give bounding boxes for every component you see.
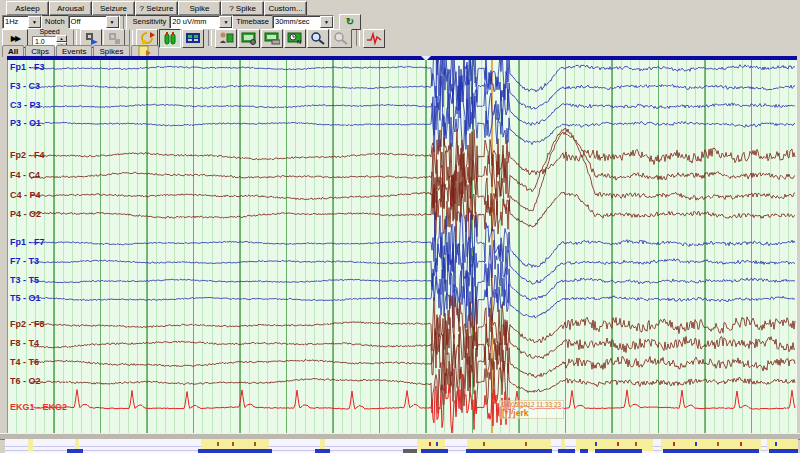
- eeg-trace: [31, 251, 795, 309]
- refresh-button[interactable]: ↻: [339, 14, 361, 30]
- notch-select[interactable]: Off ▼: [68, 15, 120, 29]
- zoom-out-icon: [333, 31, 349, 46]
- zoom-out-button[interactable]: [330, 29, 352, 48]
- timeline-recording-segment[interactable]: [580, 449, 588, 453]
- highpass-filter-select[interactable]: 1Hz ▼: [2, 15, 42, 29]
- chevron-down-icon[interactable]: ▼: [320, 16, 333, 28]
- eeg-trace: [31, 374, 795, 433]
- sensitivity-select[interactable]: 20 uV/mm ▼: [169, 15, 233, 29]
- spike-marker-icon: [366, 31, 382, 46]
- channel-label: C3 - P3: [10, 100, 41, 110]
- highpass-filter-value: 1Hz: [3, 17, 28, 26]
- timeline-event-mark: [217, 442, 219, 446]
- event-timestamp: 04/05/2012 11:33:23: [502, 401, 561, 408]
- channel-label: Fp1 - F7: [10, 237, 45, 247]
- timeline-event-mark: [483, 442, 485, 446]
- channel-label: C4 - P4: [10, 190, 41, 200]
- chevron-down-icon[interactable]: ▼: [28, 16, 41, 28]
- timeline-event-mark: [436, 442, 438, 446]
- print-screen-icon: [264, 31, 280, 46]
- timeline-recording-segment[interactable]: [595, 449, 642, 453]
- channel-label: Fp2 - F8: [10, 319, 45, 329]
- channel-label: F7 - T3: [10, 256, 39, 266]
- sensitivity-value: 20 uV/mm: [170, 17, 219, 26]
- montage-electrodes-button[interactable]: [159, 29, 181, 48]
- eeg-traces: [7, 60, 797, 433]
- event-annotation: 04/05/2012 11:33:23 [*] jerk: [499, 400, 564, 419]
- timeline-gap-segment: [403, 449, 417, 453]
- eeg-trace: [31, 332, 795, 391]
- montage-map-icon: [185, 31, 201, 46]
- timeline-recording-segment[interactable]: [466, 449, 552, 453]
- filter-bar: 1Hz ▼ Notch Off ▼ Sensitivity 20 uV/mm ▼…: [2, 15, 362, 28]
- patient-video-icon: [218, 31, 234, 46]
- review-start-icon: [83, 31, 99, 46]
- timeline-event-mark: [617, 442, 619, 446]
- notch-value: Off: [69, 17, 106, 26]
- timeline-recording-segment[interactable]: [769, 449, 798, 453]
- event-timeline-bar[interactable]: [5, 439, 798, 453]
- timeline-event-region[interactable]: [28, 439, 33, 451]
- timeline-event-mark: [595, 442, 597, 446]
- review-stop-icon: [106, 31, 122, 46]
- channel-label: F8 - T4: [10, 338, 39, 348]
- refresh-icon: ↻: [346, 16, 354, 27]
- patient-video-button[interactable]: [215, 29, 237, 48]
- separator: [356, 30, 360, 46]
- separator: [123, 14, 127, 30]
- timeline-event-mark: [673, 442, 675, 446]
- channel-label: Fp2 - F4: [10, 150, 45, 160]
- channel-label: F3 - C3: [10, 81, 40, 91]
- print-screen-button[interactable]: [261, 29, 283, 48]
- timeline-event-mark: [232, 442, 234, 446]
- event-label: [*] jerk: [502, 408, 528, 418]
- timeline-recording-segment[interactable]: [67, 449, 83, 453]
- timebase-select[interactable]: 30mm/sec ▼: [272, 15, 334, 29]
- timeline-event-mark: [254, 442, 256, 446]
- fast-forward-icon: ▶▶: [11, 34, 19, 43]
- timeline-event-mark: [525, 442, 527, 446]
- snapshot-button[interactable]: [238, 29, 260, 48]
- spike-marker-button[interactable]: [363, 29, 385, 48]
- timeline-recording-segment[interactable]: [315, 449, 330, 453]
- timeline-event-mark: [695, 442, 697, 446]
- channel-label: Fp1 - F3: [10, 62, 45, 72]
- eeg-trace: [31, 132, 795, 228]
- notch-label: Notch: [45, 17, 65, 26]
- timeline-recording-segment[interactable]: [198, 449, 272, 453]
- channel-label: T6 - O2: [10, 376, 41, 386]
- montage-map-button[interactable]: [182, 29, 204, 48]
- chevron-down-icon[interactable]: ▼: [106, 16, 119, 28]
- channel-label: T3 - T5: [10, 275, 39, 285]
- speed-label: Speed: [39, 28, 59, 35]
- timeline-event-mark: [635, 442, 637, 446]
- eeg-trace: [31, 295, 795, 358]
- eeg-trace: [31, 94, 795, 152]
- timebase-value: 30mm/sec: [273, 17, 320, 26]
- channel-label: EKG1 - EKG2: [10, 402, 67, 412]
- eeg-trace: [31, 270, 795, 330]
- chevron-down-icon[interactable]: ▼: [219, 16, 232, 28]
- channel-label: P3 - O1: [10, 118, 41, 128]
- clock-screen-icon: N: [287, 31, 303, 46]
- timeline-event-mark: [740, 442, 742, 446]
- snapshot-icon: [241, 31, 257, 46]
- timebase-label: Timebase: [236, 17, 269, 26]
- separator: [129, 30, 133, 46]
- montage-electrodes-icon: [162, 31, 178, 46]
- sensitivity-label: Sensitivity: [133, 17, 167, 26]
- eeg-trace: [31, 76, 795, 135]
- separator: [208, 30, 212, 46]
- channel-label: F4 - C4: [10, 170, 40, 180]
- eeg-chart-area[interactable]: 04/05/2012 11:33:23 [*] jerk Fp1 - F3F3 …: [7, 60, 797, 433]
- channel-label: T4 - T6: [10, 357, 39, 367]
- timeline-recording-segment[interactable]: [421, 449, 448, 453]
- separator: [73, 30, 77, 46]
- timeline-recording-segment[interactable]: [663, 449, 759, 453]
- timeline-recording-segment[interactable]: [558, 449, 575, 453]
- svg-text:N: N: [297, 39, 301, 45]
- timeline-event-mark: [429, 442, 431, 446]
- event-button-bar: AsleepArousalSeizure? SeizureSpike? Spik…: [6, 1, 307, 16]
- clock-screen-button[interactable]: N: [284, 29, 306, 48]
- zoom-in-button[interactable]: [307, 29, 329, 48]
